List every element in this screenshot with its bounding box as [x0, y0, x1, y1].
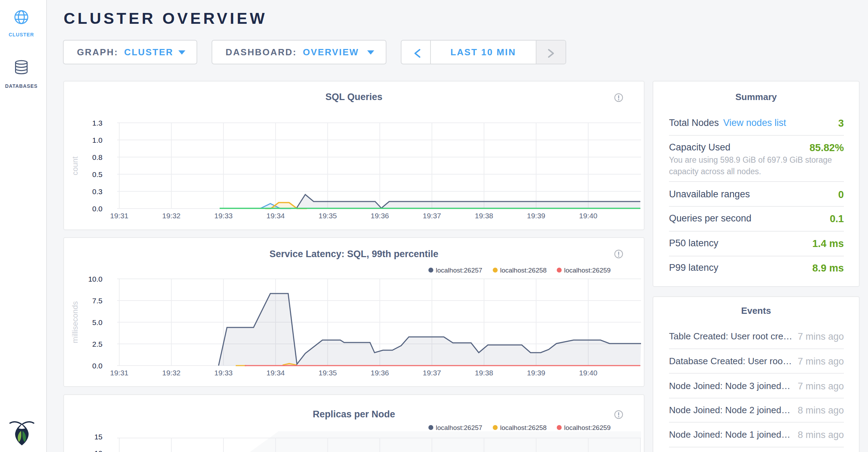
svg-text:19:34: 19:34	[266, 212, 285, 220]
svg-text:19:35: 19:35	[319, 369, 337, 377]
svg-text:19:39: 19:39	[527, 369, 546, 377]
svg-text:1.0: 1.0	[92, 136, 102, 144]
svg-text:Replicas per Node: Replicas per Node	[313, 409, 395, 419]
svg-text:19:40: 19:40	[579, 212, 598, 220]
svg-text:19:40: 19:40	[579, 369, 598, 377]
svg-text:19:33: 19:33	[214, 212, 233, 220]
svg-text:19:39: 19:39	[527, 212, 546, 220]
svg-text:19:31: 19:31	[110, 369, 129, 377]
svg-text:localhost:26259: localhost:26259	[564, 267, 611, 274]
svg-text:19:36: 19:36	[371, 369, 389, 377]
svg-text:1.3: 1.3	[92, 119, 102, 127]
svg-text:5.0: 5.0	[92, 318, 102, 326]
svg-text:19:38: 19:38	[475, 369, 493, 377]
svg-text:19:34: 19:34	[266, 369, 285, 377]
svg-text:SQL Queries: SQL Queries	[325, 92, 382, 102]
svg-text:localhost:26259: localhost:26259	[564, 424, 611, 431]
svg-text:count: count	[71, 156, 79, 175]
svg-text:10.0: 10.0	[88, 275, 102, 283]
svg-text:0.5: 0.5	[92, 170, 102, 178]
svg-text:0.0: 0.0	[92, 205, 102, 213]
svg-text:0.0: 0.0	[92, 362, 102, 370]
svg-text:19:32: 19:32	[162, 369, 181, 377]
svg-text:0.3: 0.3	[92, 188, 102, 196]
svg-text:7.5: 7.5	[92, 297, 102, 305]
svg-text:localhost:26258: localhost:26258	[500, 424, 547, 431]
svg-text:19:38: 19:38	[475, 212, 493, 220]
svg-text:19:33: 19:33	[214, 369, 233, 377]
svg-text:2.5: 2.5	[92, 340, 102, 348]
svg-text:19:37: 19:37	[423, 369, 441, 377]
svg-text:localhost:26257: localhost:26257	[436, 424, 482, 431]
svg-text:10: 10	[94, 449, 102, 452]
svg-text:19:37: 19:37	[423, 212, 441, 220]
svg-text:15: 15	[94, 433, 102, 441]
svg-text:Service Latency: SQL, 99th per: Service Latency: SQL, 99th percentile	[269, 249, 438, 259]
svg-text:19:32: 19:32	[162, 212, 181, 220]
svg-text:19:36: 19:36	[371, 212, 389, 220]
svg-text:19:35: 19:35	[319, 212, 337, 220]
svg-text:19:31: 19:31	[110, 212, 129, 220]
svg-text:localhost:26257: localhost:26257	[436, 267, 482, 274]
svg-text:localhost:26258: localhost:26258	[500, 267, 547, 274]
svg-text:0.8: 0.8	[92, 153, 102, 161]
svg-text:milliseconds: milliseconds	[71, 301, 79, 343]
